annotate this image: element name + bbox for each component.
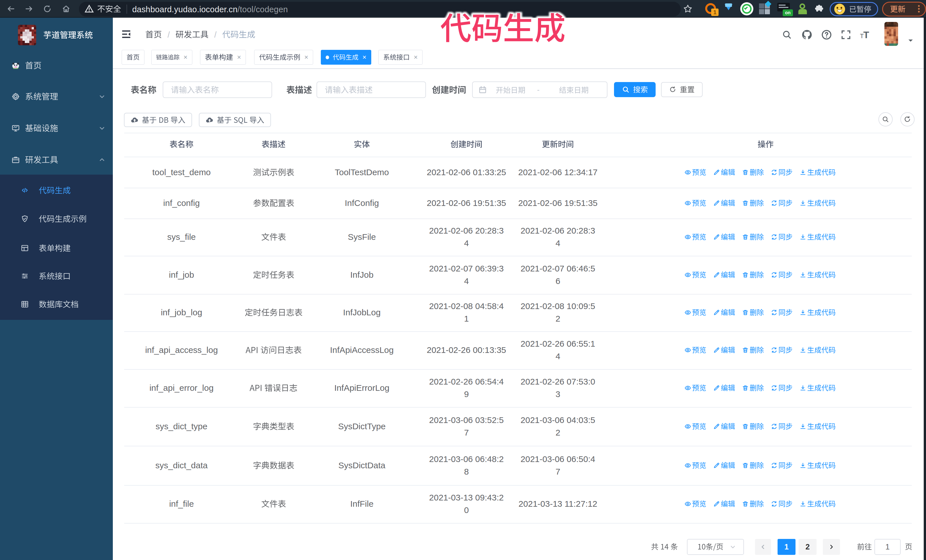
svg-text:T: T xyxy=(863,30,869,40)
